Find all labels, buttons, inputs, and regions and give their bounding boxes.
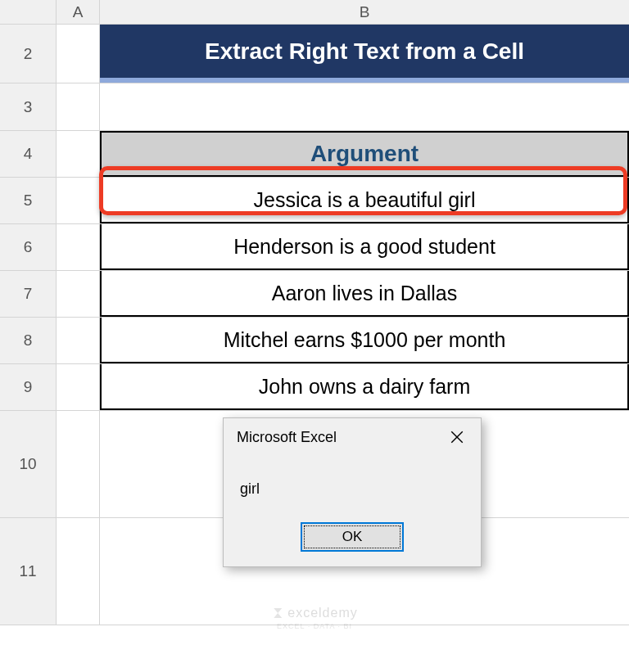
dialog-footer: OK — [224, 522, 481, 566]
row-header-11[interactable]: 11 — [0, 518, 56, 625]
cell-A2[interactable] — [57, 25, 99, 83]
row-header-8[interactable]: 8 — [0, 318, 56, 363]
grid-separator — [0, 625, 629, 625]
row-header-2[interactable]: 2 — [0, 25, 56, 83]
cell-A9[interactable] — [57, 364, 99, 410]
dialog-titlebar[interactable]: Microsoft Excel — [224, 418, 481, 456]
cell-A8[interactable] — [57, 318, 99, 363]
ok-button[interactable]: OK — [301, 522, 404, 552]
column-header-B[interactable]: B — [100, 0, 629, 24]
column-header-A[interactable]: A — [57, 0, 99, 24]
select-all-corner[interactable] — [0, 0, 56, 24]
row-header-6[interactable]: 6 — [0, 224, 56, 270]
cell-A5[interactable] — [57, 178, 99, 223]
table-row[interactable]: Mitchel earns $1000 per month — [100, 318, 629, 363]
cell-A7[interactable] — [57, 271, 99, 317]
row-header-7[interactable]: 7 — [0, 271, 56, 317]
row-header-9[interactable]: 9 — [0, 364, 56, 410]
cell-A4[interactable] — [57, 131, 99, 177]
cell-A11[interactable] — [57, 518, 99, 625]
dialog-title: Microsoft Excel — [237, 429, 337, 446]
cell-A10[interactable] — [57, 411, 99, 517]
cell-B2-title[interactable]: Extract Right Text from a Cell — [100, 25, 629, 83]
table-row[interactable]: John owns a dairy farm — [100, 364, 629, 410]
row-header-5[interactable]: 5 — [0, 178, 56, 223]
dialog-message: girl — [224, 456, 481, 522]
table-row[interactable]: Aaron lives in Dallas — [100, 271, 629, 317]
close-icon — [450, 430, 464, 444]
messagebox-dialog: Microsoft Excel girl OK — [223, 417, 482, 567]
row-header-4[interactable]: 4 — [0, 131, 56, 177]
table-header-argument[interactable]: Argument — [100, 131, 629, 177]
row-header-3[interactable]: 3 — [0, 83, 56, 130]
close-button[interactable] — [438, 422, 476, 453]
cell-A3[interactable] — [57, 83, 99, 130]
table-row[interactable]: Henderson is a good student — [100, 224, 629, 270]
cell-A6[interactable] — [57, 224, 99, 270]
table-row[interactable]: Jessica is a beautiful girl — [100, 178, 629, 223]
row-header-10[interactable]: 10 — [0, 411, 56, 517]
cell-B3[interactable] — [100, 83, 629, 130]
